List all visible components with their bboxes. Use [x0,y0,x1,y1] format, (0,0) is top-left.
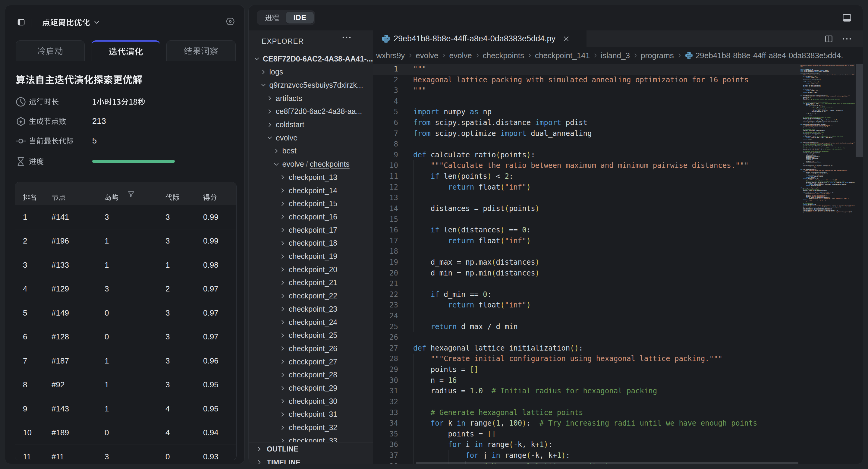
tree-item-checkpoint-26[interactable]: checkpoint_26 [249,342,373,355]
outline-section[interactable]: OUTLINE [249,442,373,456]
tree-item-evolve[interactable]: evolve [249,131,373,145]
cell-generation: 2 [165,284,170,293]
tree-item-ce8f72d0-6ac2-4a38-aa41-[interactable]: CE8F72D0-6AC2-4A38-AA41-... [249,52,373,65]
close-icon[interactable] [563,35,569,42]
tree-item-checkpoint-14[interactable]: checkpoint_14 [249,184,373,197]
line-number: 14 [373,204,398,214]
tab-result-insight[interactable] [166,40,236,61]
cell-score: 0.93 [203,452,218,460]
tree-item-checkpoint-21[interactable]: checkpoint_21 [249,276,373,289]
tab-cold-start[interactable] [16,40,85,61]
tree-item-checkpoint-15[interactable]: checkpoint_15 [249,197,373,210]
horizontal-scrollbar-thumb[interactable] [416,462,798,464]
tree-item-checkpoint-24[interactable]: checkpoint_24 [249,316,373,329]
breadcrumb-item[interactable]: checkpoints [483,51,524,60]
stat-max-generation-value: 5 [92,136,97,146]
line-number: 13 [373,193,398,204]
settings-nut-button[interactable] [226,17,235,26]
tree-item-checkpoint-18[interactable]: checkpoint_18 [249,237,373,250]
chevron-right-icon [279,385,286,392]
line-number: 16 [373,225,398,236]
tree-item-coldstart[interactable]: coldstart [249,118,373,131]
tab-iterative-evolution[interactable] [92,40,160,61]
code-line: import numpy as np [413,107,855,118]
indent-guide [431,439,431,450]
tree-item-checkpoint-31[interactable]: checkpoint_31 [249,408,373,421]
code-line [413,246,855,257]
tree-item-checkpoint-19[interactable]: checkpoint_19 [249,250,373,263]
tree-item-checkpoint-27[interactable]: checkpoint_27 [249,355,373,368]
editor-tabbar: 29eb41b8-8b8e-44ff-a8e4-0da8383e5dd4.py [373,30,863,47]
breadcrumb-item[interactable]: checkpoint_141 [535,51,590,60]
tree-item-label: checkpoint_23 [289,305,337,313]
tree-item-q9rznzvcc5esbuiys7dxirzk-[interactable]: q9rznzvcc5esbuiys7dxirzk... [249,79,373,92]
table-row[interactable]: 6#128030.97 [15,325,236,349]
chevron-right-icon [279,398,286,405]
editor-more-icon[interactable] [842,37,851,40]
task-title[interactable] [42,19,90,26]
cell-generation: 4 [165,428,170,437]
tree-item-logs[interactable]: logs [249,65,373,79]
tree-item-checkpoint-13[interactable]: checkpoint_13 [249,170,373,184]
table-row[interactable]: 7#187130.96 [15,349,236,373]
tree-item-checkpoint-25[interactable]: checkpoint_25 [249,329,373,342]
breadcrumb-item[interactable]: wxhrs9y [376,51,405,60]
cell-node: #129 [52,284,69,293]
tree-item-checkpoint-28[interactable]: checkpoint_28 [249,368,373,382]
tree-item-checkpoint-23[interactable]: checkpoint_23 [249,302,373,316]
breadcrumb-item[interactable]: programs [641,51,674,60]
tree-item-checkpoint-32[interactable]: checkpoint_32 [249,421,373,434]
sidebar-toggle-button[interactable] [17,18,25,27]
chevron-right-icon [279,425,286,431]
cell-rank: 7 [23,356,27,366]
view-toggle-ide[interactable]: IDE [286,12,314,24]
tree-item-checkpoint-17[interactable]: checkpoint_17 [249,223,373,237]
indent-guide [413,171,413,182]
breadcrumb-separator-icon [441,53,447,58]
breadcrumb-item[interactable]: evolve [450,51,472,60]
tree-item-ce8f72d0-6ac2-4a38-aa-[interactable]: ce8f72d0-6ac2-4a38-aa... [249,105,373,118]
tree-item-checkpoint-20[interactable]: checkpoint_20 [249,263,373,276]
tree-item-best[interactable]: best [249,145,373,158]
vertical-scrollbar-thumb[interactable] [856,64,863,157]
tree-item-evolve[interactable]: evolve/checkpoints [249,158,373,171]
cell-generation: 0 [165,452,170,460]
table-row[interactable]: 3#133110.98 [15,253,236,277]
table-row[interactable]: 5#149030.97 [15,301,236,325]
cell-generation: 1 [165,260,170,270]
chevron-down-icon[interactable] [93,19,100,26]
breadcrumb-item[interactable]: island_3 [601,51,630,60]
explorer-footer: OUTLINE TIMELINE [249,442,373,464]
tree-item-checkpoint-29[interactable]: checkpoint_29 [249,382,373,395]
tree-item-checkpoint-30[interactable]: checkpoint_30 [249,395,373,408]
cell-node: #143 [52,404,69,413]
table-row[interactable]: 8#92130.95 [15,373,236,397]
view-toggle-process[interactable] [258,12,286,24]
breadcrumb-file[interactable]: 29eb41b8-8b8e-44ff-a8e4-0da8383e5dd4. [695,51,843,60]
filter-funnel-icon[interactable] [127,190,135,198]
table-row[interactable]: 1#141330.99 [15,205,236,229]
breadcrumb-item[interactable]: evolve [415,51,438,60]
tree-item-artifacts[interactable]: artifacts [249,92,373,105]
indent-guide [413,279,413,289]
table-row[interactable]: 10#189040.94 [15,421,236,445]
split-editor-icon[interactable] [824,34,833,43]
table-row[interactable]: 2#196130.99 [15,229,236,253]
chevron-right-icon [279,200,286,207]
task-panel: 213 5 1#141330.992#196130.993#133110.984… [5,5,245,464]
cell-rank: 10 [23,428,32,437]
table-row[interactable]: 4#129320.97 [15,277,236,302]
timeline-section[interactable]: TIMELINE [249,456,373,465]
code-area[interactable]: 1234567891011121314151617181920212223242… [373,64,863,464]
table-row[interactable]: 9#143140.95 [15,397,236,421]
tree-item-checkpoint-33[interactable]: checkpoint_33 [249,434,373,442]
panel-bottom-button[interactable] [841,11,853,24]
minimap[interactable]: """Hexagonal lattice packing with simula… [801,64,855,464]
editor-tab-active[interactable]: 29eb41b8-8b8e-44ff-a8e4-0da8383e5dd4.py [373,30,587,47]
table-row[interactable]: 11#11300.93 [15,445,236,460]
tree-item-checkpoint-22[interactable]: checkpoint_22 [249,289,373,303]
explorer-more-icon[interactable] [342,36,351,39]
tree-item-checkpoint-16[interactable]: checkpoint_16 [249,210,373,223]
line-number: 18 [373,246,398,257]
chevron-right-icon [279,345,286,352]
